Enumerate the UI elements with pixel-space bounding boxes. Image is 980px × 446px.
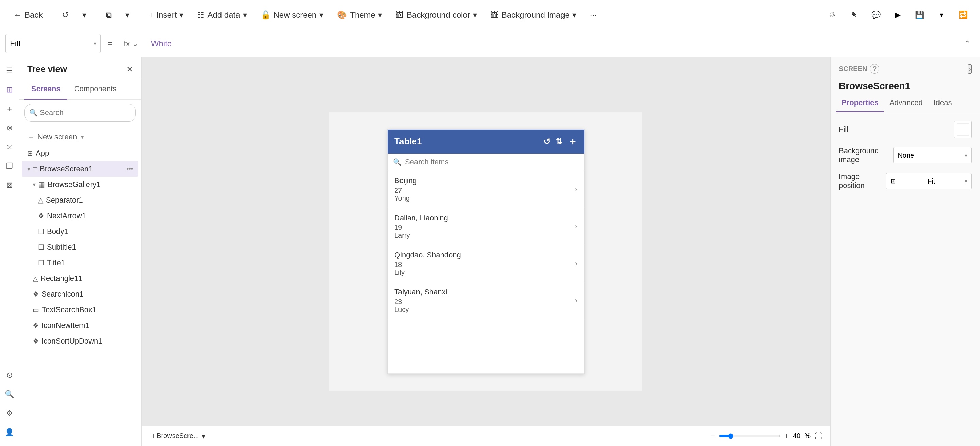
tree-item-iconnewitem1[interactable]: ❖ IconNewItem1 [22, 318, 138, 333]
new-screen-chevron: ▾ [81, 134, 84, 140]
new-screen-button[interactable]: 🔓 New screen ▾ [255, 8, 329, 22]
tab-components[interactable]: Components [67, 79, 124, 100]
tab-ideas[interactable]: Ideas [928, 94, 958, 112]
formula-input[interactable] [147, 39, 956, 48]
row3-arrow: › [575, 259, 578, 268]
image-position-select[interactable]: ⊞ Fit ▾ [886, 173, 972, 189]
tree-item-title1[interactable]: ☐ Title1 [22, 255, 138, 271]
play-button[interactable]: ▶ [889, 6, 907, 24]
undo-button[interactable]: ↺ [56, 8, 74, 22]
fill-property-label: Fill [839, 125, 848, 134]
left-icon-components[interactable]: ❒ [2, 158, 18, 174]
tree-item-separator1[interactable]: △ Separator1 [22, 192, 138, 208]
more-button[interactable]: ··· [585, 8, 602, 22]
row3-sub1: 18 [395, 261, 575, 269]
copy-button[interactable]: ⧉ [100, 8, 117, 22]
browsescreen-more[interactable]: ••• [127, 166, 133, 173]
undo-dropdown-button[interactable]: ▾ [77, 8, 92, 22]
tree-item-body1[interactable]: ☐ Body1 [22, 224, 138, 239]
left-icon-user[interactable]: 👤 [2, 424, 18, 441]
left-icon-settings[interactable]: ⚙ [2, 405, 18, 422]
table-row-content-1: Beijing 27 Yong [395, 176, 575, 202]
tree-item-app[interactable]: ⊞ App [22, 145, 138, 161]
fill-color-picker[interactable] [954, 121, 972, 138]
toolbar-right: ♲ ✎ 💬 ▶ 💾 ▾ 🔁 [824, 6, 972, 24]
fullscreen-button[interactable]: ⛶ [815, 432, 822, 441]
left-icon-treeview[interactable]: ⊞ [2, 82, 18, 98]
table-search-input[interactable] [405, 158, 579, 166]
zoom-in-button[interactable]: + [784, 432, 789, 441]
left-icon-search[interactable]: 🔍 [2, 386, 18, 402]
add-icon[interactable]: ＋ [568, 135, 578, 148]
zoom-out-button[interactable]: − [711, 432, 715, 441]
plus-icon: ＋ [27, 132, 35, 142]
bg-color-button[interactable]: 🖼 Background color ▾ [390, 8, 482, 22]
tree-item-browsescreen1[interactable]: ▾ □ BrowseScreen1 ••• [22, 161, 138, 177]
zoom-unit: % [804, 432, 811, 440]
copy-dropdown-button[interactable]: ▾ [120, 8, 135, 22]
save-dropdown-button[interactable]: ▾ [932, 6, 950, 24]
publish-button[interactable]: 🔁 [954, 6, 972, 24]
bg-image-button[interactable]: 🖼 Background image ▾ [485, 8, 582, 22]
tree-item-iconsortupdown1[interactable]: ❖ IconSortUpDown1 [22, 333, 138, 349]
title1-label: Title1 [47, 258, 65, 267]
table-row-content-4: Taiyuan, Shanxi 23 Lucy [395, 288, 575, 314]
sort-icon[interactable]: ⇅ [556, 137, 563, 147]
rectangle-icon: △ [33, 274, 38, 283]
tab-screens[interactable]: Screens [24, 79, 67, 100]
chevron-down-icon-7: ▾ [473, 10, 477, 20]
left-icon-data[interactable]: ⊗ [2, 120, 18, 136]
image-position-label: Image position [839, 172, 886, 190]
tree-close-button[interactable]: ✕ [126, 65, 133, 74]
row3-sub2: Lily [395, 269, 575, 276]
insert-label: Insert [156, 10, 177, 20]
screen-help-icon[interactable]: ? [870, 64, 879, 73]
tree-item-nextarrow1[interactable]: ❖ NextArrow1 [22, 208, 138, 224]
back-button[interactable]: ← Back [8, 8, 48, 22]
formula-expand-button[interactable]: ⌃ [960, 39, 975, 48]
tab-advanced[interactable]: Advanced [884, 94, 928, 112]
row4-sub1: 23 [395, 298, 575, 306]
refresh-icon[interactable]: ↺ [543, 137, 550, 147]
zoom-slider[interactable] [719, 433, 780, 439]
screen-icon-small: □ [150, 432, 154, 440]
new-screen-item[interactable]: ＋ New screen ▾ [19, 128, 141, 145]
theme-button[interactable]: 🎨 Theme ▾ [331, 8, 388, 22]
toolbar-icon-1[interactable]: ♲ [824, 6, 841, 24]
app-label: App [36, 149, 49, 158]
tree-item-rectangle11[interactable]: △ Rectangle11 [22, 271, 138, 286]
rectangle11-label: Rectangle11 [40, 274, 83, 283]
row3-title: Qingdao, Shandong [395, 250, 575, 260]
table-row[interactable]: Beijing 27 Yong › [388, 171, 584, 208]
table-row[interactable]: Qingdao, Shandong 18 Lily › [388, 245, 584, 282]
left-icon-media[interactable]: ⊙ [2, 367, 18, 383]
formula-bar: Fill ▾ = fx ⌄ ⌃ [0, 30, 980, 57]
toolbar-icon-3[interactable]: 💬 [867, 6, 885, 24]
table-row[interactable]: Taiyuan, Shanxi 23 Lucy › [388, 282, 584, 319]
left-icon-insert[interactable]: ＋ [2, 101, 18, 117]
right-panel: SCREEN ? › BrowseScreen1 Properties Adva… [830, 57, 980, 446]
tree-item-searchicon1[interactable]: ❖ SearchIcon1 [22, 286, 138, 302]
zoom-value: 40 [793, 432, 800, 440]
save-button[interactable]: 💾 [911, 6, 928, 24]
insert-button[interactable]: + Insert ▾ [143, 8, 189, 22]
left-icon-variables[interactable]: ⊠ [2, 177, 18, 193]
add-data-button[interactable]: ☷ Add data ▾ [192, 8, 252, 22]
formula-fill-select[interactable]: Fill ▾ [5, 34, 101, 53]
tree-item-textsearchbox1[interactable]: ▭ TextSearchBox1 [22, 302, 138, 318]
row1-sub1: 27 [395, 186, 575, 194]
bg-image-select[interactable]: None ▾ [893, 147, 972, 163]
table-row[interactable]: Dalian, Liaoning 19 Larry › [388, 208, 584, 245]
table-empty-row [388, 319, 584, 374]
tab-properties[interactable]: Properties [836, 94, 884, 112]
tree-item-subtitle1[interactable]: ☐ Subtitle1 [22, 239, 138, 255]
title-icon: ☐ [38, 259, 44, 267]
toolbar-icon-2[interactable]: ✎ [845, 6, 863, 24]
textsearchbox-icon: ▭ [33, 306, 39, 314]
left-icon-flow[interactable]: ⧖ [2, 139, 18, 155]
left-icon-menu[interactable]: ☰ [2, 63, 18, 79]
search-input[interactable] [24, 104, 136, 121]
right-panel-expand-button[interactable]: › [968, 64, 972, 73]
tree-item-browsegallery1[interactable]: ▾ ▦ BrowseGallery1 [22, 177, 138, 192]
canvas-screen-selector[interactable]: □ BrowseScre... ▾ [150, 432, 205, 440]
